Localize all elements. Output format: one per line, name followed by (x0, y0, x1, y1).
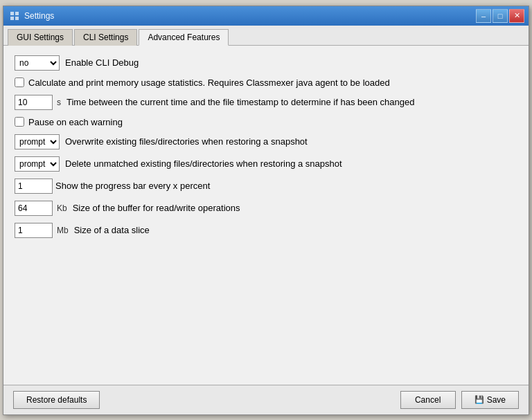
save-icon: 💾 (475, 395, 484, 404)
overwrite-label: Overwrite existing files/directories whe… (65, 136, 517, 147)
buffer-size-label: Size of the buffer for read/write operat… (73, 203, 517, 213)
pause-warning-label: Pause on each warning (28, 117, 123, 127)
window-title: Settings (24, 11, 54, 21)
svg-rect-1 (15, 12, 19, 15)
settings-content: no yes Enable CLI Debug Calculate and pr… (3, 46, 529, 385)
file-timestamp-input[interactable] (15, 95, 53, 110)
tabs-bar: GUI Settings CLI Settings Advanced Featu… (3, 26, 529, 46)
window-icon (9, 10, 20, 21)
settings-window: Settings – □ ✕ GUI Settings CLI Settings… (3, 6, 529, 415)
maximize-button[interactable]: □ (493, 9, 508, 23)
minimize-button[interactable]: – (476, 9, 491, 23)
memory-usage-label: Calculate and print memory usage statist… (28, 77, 390, 88)
buffer-size-row: Kb Size of the buffer for read/write ope… (15, 201, 517, 216)
memory-usage-checkbox[interactable] (15, 77, 24, 87)
progress-bar-input[interactable] (15, 179, 53, 194)
tab-gui[interactable]: GUI Settings (8, 29, 73, 46)
svg-rect-0 (10, 12, 14, 15)
cli-debug-select[interactable]: no yes (15, 55, 60, 71)
cli-debug-row: no yes Enable CLI Debug (15, 55, 517, 71)
cancel-button[interactable]: Cancel (400, 391, 456, 409)
delete-label: Delete unmatched existing files/director… (65, 158, 517, 169)
memory-usage-row: Calculate and print memory usage statist… (15, 77, 517, 88)
title-bar: Settings – □ ✕ (3, 6, 529, 26)
tab-cli[interactable]: CLI Settings (74, 29, 137, 46)
delete-row: prompt yes no Delete unmatched existing … (15, 156, 517, 172)
footer: Restore defaults Cancel 💾 Save (3, 385, 529, 414)
restore-defaults-button[interactable]: Restore defaults (13, 391, 100, 409)
data-slice-label: Size of a data slice (74, 225, 517, 235)
pause-warning-row: Pause on each warning (15, 117, 517, 127)
delete-select[interactable]: prompt yes no (15, 156, 60, 172)
progress-bar-row: Show the progress bar every x percent (15, 179, 517, 194)
svg-rect-3 (15, 17, 19, 20)
file-timestamp-label: Time between the current time and the fi… (66, 97, 517, 107)
save-label: Save (487, 395, 506, 405)
overwrite-row: prompt yes no Overwrite existing files/d… (15, 134, 517, 149)
progress-bar-label: Show the progress bar every x percent (55, 181, 517, 191)
buffer-size-unit: Kb (57, 203, 67, 213)
save-button[interactable]: 💾 Save (461, 391, 519, 409)
footer-right: Cancel 💾 Save (400, 391, 519, 409)
tab-advanced[interactable]: Advanced Features (139, 29, 229, 46)
overwrite-select[interactable]: prompt yes no (15, 134, 60, 149)
data-slice-row: Mb Size of a data slice (15, 223, 517, 238)
svg-rect-2 (10, 17, 14, 20)
file-timestamp-row: s Time between the current time and the … (15, 95, 517, 110)
data-slice-unit: Mb (57, 226, 69, 235)
file-timestamp-unit: s (57, 98, 61, 107)
close-button[interactable]: ✕ (509, 9, 524, 23)
cli-debug-label: Enable CLI Debug (65, 57, 517, 68)
data-slice-input[interactable] (15, 223, 53, 238)
title-buttons: – □ ✕ (476, 9, 524, 23)
title-bar-left: Settings (9, 10, 54, 21)
pause-warning-checkbox[interactable] (15, 117, 24, 127)
buffer-size-input[interactable] (15, 201, 53, 216)
